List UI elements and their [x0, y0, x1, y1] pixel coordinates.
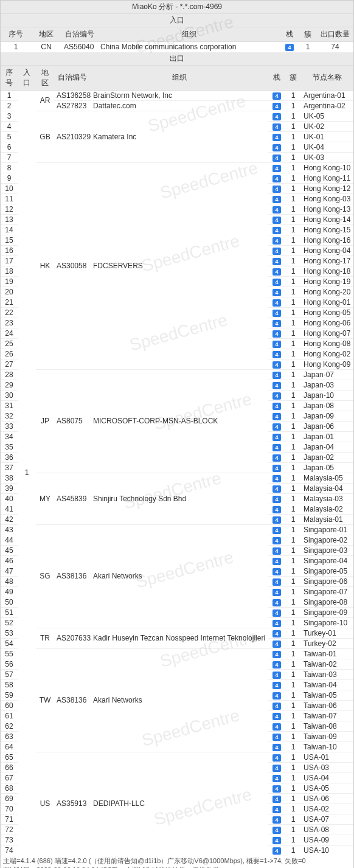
cell-stack: 4 — [268, 307, 285, 318]
cell-stack: 4 — [268, 100, 285, 111]
stack-badge: 4 — [285, 44, 294, 51]
stack-badge: 4 — [272, 341, 281, 348]
cell-clan: 1 — [285, 266, 301, 276]
cell-stack: 4 — [268, 400, 285, 411]
cell-seq: 15 — [1, 235, 18, 245]
footer-line-2: 测试时间：2023-03-03 18:04:24 (CST)，本测试为试验性结果… — [3, 866, 351, 868]
cell-node: Hong Kong-11 — [301, 173, 353, 183]
stack-badge: 4 — [272, 186, 281, 193]
cell-clan: 1 — [285, 814, 301, 824]
cell-stack: 4 — [268, 607, 285, 617]
cell-clan: 1 — [285, 628, 301, 638]
cell-seq: 49 — [1, 586, 18, 597]
footer-line-1: 主端=4.1.4 (686) 喵速=4.2.0 (（使用前请告知@d1i1b）广… — [3, 856, 351, 866]
cell-node: Hong Kong-02 — [301, 349, 353, 359]
cell-clan: 1 — [285, 245, 301, 255]
cell-stack: 4 — [268, 576, 285, 586]
cell-clan: 1 — [285, 576, 301, 586]
cell-region: HK — [36, 162, 54, 369]
cell-stack: 4 — [268, 524, 285, 535]
cell-node: Hong Kong-09 — [301, 359, 353, 369]
stack-badge: 4 — [272, 268, 281, 276]
cell-asn: AS27823 — [54, 100, 91, 111]
cell-node: USA-08 — [301, 824, 353, 835]
cell-stack: 4 — [268, 648, 285, 659]
cell-seq: 63 — [1, 731, 18, 741]
cell-node: Singapore-01 — [301, 524, 353, 535]
cell-node: Malaysia-02 — [301, 504, 353, 514]
cell-clan: 1 — [285, 349, 301, 359]
cell-region: CN — [31, 42, 61, 52]
cell-node: Malaysia-01 — [301, 514, 353, 524]
cell-clan: 1 — [285, 514, 301, 524]
cell-org: Akari Networks — [91, 524, 268, 628]
cell-clan: 1 — [285, 793, 301, 804]
cell-node: Japan-04 — [301, 442, 353, 452]
cell-region: GB — [36, 111, 54, 162]
cell-seq: 17 — [1, 255, 18, 266]
cell-stack: 4 — [268, 617, 285, 628]
exit-row: 28JPAS8075MICROSOFT-CORP-MSN-AS-BLOCK41J… — [1, 369, 353, 380]
cell-seq: 37 — [1, 462, 18, 473]
stack-badge: 4 — [272, 547, 281, 555]
stack-badge: 4 — [272, 92, 281, 100]
cell-node: Singapore-03 — [301, 545, 353, 555]
cell-seq: 11 — [1, 193, 18, 204]
cell-node: Hong Kong-13 — [301, 204, 353, 214]
cell-clan: 1 — [285, 721, 301, 731]
cell-node: USA-07 — [301, 814, 353, 824]
cell-clan: 1 — [285, 669, 301, 679]
cell-stack: 4 — [268, 804, 285, 814]
cell-node: Taiwan-09 — [301, 731, 353, 741]
cell-node: Hong Kong-12 — [301, 183, 353, 193]
cell-seq: 60 — [1, 700, 18, 710]
cell-entry: 1 — [18, 90, 36, 855]
cell-seq: 55 — [1, 648, 18, 659]
stack-badge: 4 — [272, 506, 281, 513]
cell-stack: 4 — [268, 318, 285, 328]
cell-node: USA-05 — [301, 783, 353, 793]
entry-section-header: 入口 — [1, 14, 353, 27]
cell-node: Hong Kong-07 — [301, 328, 353, 338]
cell-clan: 1 — [285, 152, 301, 162]
cell-clan: 1 — [285, 845, 301, 855]
col-region: 地区 — [31, 27, 61, 42]
cell-clan: 1 — [285, 535, 301, 545]
cell-stack: 4 — [268, 741, 285, 752]
cell-clan: 1 — [285, 276, 301, 286]
cell-node: Singapore-09 — [301, 607, 353, 617]
stack-badge: 4 — [272, 258, 281, 265]
cell-node: Japan-02 — [301, 452, 353, 462]
stack-badge: 4 — [272, 485, 281, 493]
col-org: 组织 — [91, 66, 268, 91]
cell-node: Japan-06 — [301, 421, 353, 431]
cell-seq: 29 — [1, 380, 18, 390]
cell-asn: AS210329 — [54, 111, 91, 162]
cell-stack: 4 — [268, 669, 285, 679]
stack-badge: 4 — [272, 620, 281, 627]
stack-badge: 4 — [272, 641, 281, 648]
cell-node: Taiwan-04 — [301, 679, 353, 690]
cell-stack: 4 — [268, 380, 285, 390]
stack-badge: 4 — [272, 217, 281, 224]
stack-badge: 4 — [272, 248, 281, 255]
stack-badge: 4 — [272, 351, 281, 358]
col-asn: 自治编号 — [54, 66, 91, 91]
col-seq: 序号 — [1, 66, 18, 91]
entry-row: 1CNAS56040China Mobile communications co… — [1, 42, 353, 52]
stack-badge: 4 — [272, 734, 281, 741]
cell-stack: 4 — [268, 173, 285, 183]
exit-row: 38MYAS45839Shinjiru Technology Sdn Bhd41… — [1, 473, 353, 483]
cell-node: Japan-05 — [301, 462, 353, 473]
stack-badge: 4 — [272, 103, 281, 110]
cell-clan: 1 — [285, 700, 301, 710]
cell-seq: 9 — [1, 173, 18, 183]
cell-node: UK-05 — [301, 111, 353, 121]
stack-badge: 4 — [272, 754, 281, 762]
exit-row: 55TWAS38136Akari Networks41Taiwan-01 — [1, 648, 353, 659]
cell-org: DEDIPATH-LLC — [91, 752, 268, 855]
cell-node: Singapore-02 — [301, 535, 353, 545]
cell-seq: 45 — [1, 545, 18, 555]
col-node: 节点名称 — [301, 66, 353, 91]
cell-seq: 36 — [1, 452, 18, 462]
